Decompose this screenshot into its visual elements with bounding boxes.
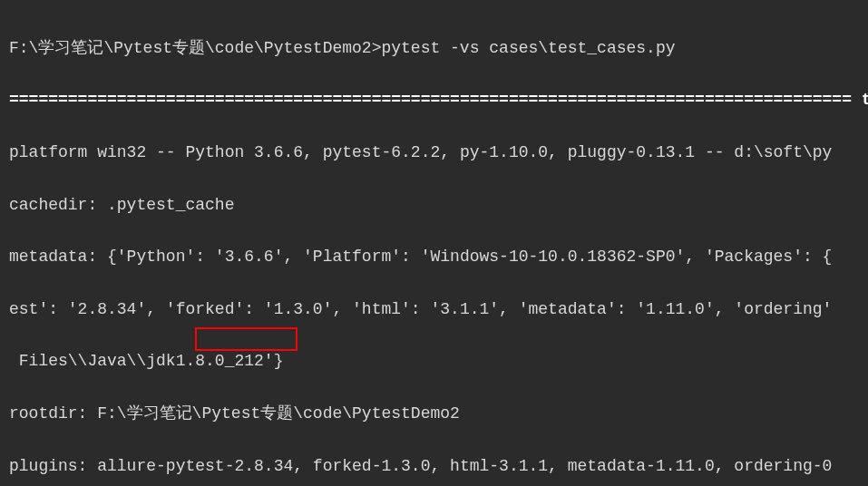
metadata-line-1: metadata: {'Python': '3.6.6', 'Platform'… (9, 244, 859, 270)
command-text: pytest -vs cases\test_cases.py (381, 39, 675, 57)
plugins-line: plugins: allure-pytest-2.8.34, forked-1.… (9, 453, 859, 480)
terminal-output[interactable]: F:\学习笔记\Pytest专题\code\PytestDemo2>pytest… (9, 9, 859, 486)
prompt-path: F:\学习笔记\Pytest专题\code\PytestDemo2> (9, 39, 381, 57)
metadata-line-2: est': '2.8.34', 'forked': '1.3.0', 'html… (9, 296, 859, 323)
platform-line: platform win32 -- Python 3.6.6, pytest-6… (9, 140, 859, 166)
session-divider: ========================================… (9, 87, 859, 113)
rootdir-line: rootdir: F:\学习笔记\Pytest专题\code\PytestDem… (9, 401, 859, 427)
metadata-line-3: Files\\Java\\jdk1.8.0_212'} (9, 348, 859, 374)
cachedir-line: cachedir: .pytest_cache (9, 192, 859, 219)
